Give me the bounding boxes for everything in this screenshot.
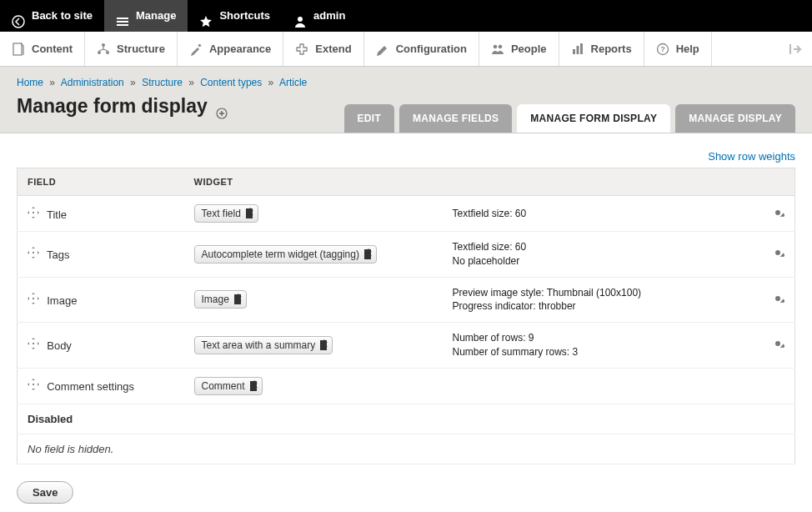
- svg-text:?: ?: [660, 45, 665, 53]
- drag-handle-icon[interactable]: [28, 247, 41, 261]
- shortcuts-link[interactable]: Shortcuts: [188, 0, 282, 32]
- structure-icon: [97, 43, 110, 56]
- appearance-icon: [189, 43, 203, 56]
- tab-manage-display[interactable]: MANAGE DISPLAY: [675, 104, 795, 133]
- svg-rect-2: [117, 21, 128, 23]
- help-icon: ?: [656, 43, 669, 56]
- back-to-site-link[interactable]: Back to site: [0, 0, 104, 32]
- widget-select[interactable]: Text field: [194, 204, 258, 223]
- no-hidden-row: No field is hidden.: [18, 434, 795, 464]
- table-row: Comment settingsComment: [18, 368, 795, 404]
- widget-select-value: Text field: [202, 208, 241, 219]
- content-icon: [12, 43, 25, 56]
- user-menu[interactable]: admin: [282, 0, 357, 32]
- collapse-toolbar-button[interactable]: [789, 32, 802, 67]
- shortcuts-label: Shortcuts: [219, 0, 270, 32]
- svg-rect-5: [13, 43, 22, 55]
- drag-handle-icon[interactable]: [28, 207, 41, 221]
- breadcrumb-structure[interactable]: Structure: [142, 77, 183, 88]
- star-icon: [199, 9, 213, 23]
- people-icon: [491, 43, 504, 56]
- breadcrumb-home[interactable]: Home: [17, 77, 43, 88]
- menu-structure[interactable]: Structure: [85, 32, 178, 66]
- gear-icon[interactable]: [771, 209, 784, 222]
- widget-select[interactable]: Image: [194, 290, 247, 309]
- page-header-region: Home » Administration » Structure » Cont…: [0, 67, 812, 133]
- field-label: Tags: [47, 248, 69, 261]
- svg-rect-13: [576, 46, 579, 54]
- th-field: FIELD: [18, 168, 184, 196]
- breadcrumb-administration[interactable]: Administration: [61, 77, 124, 88]
- drag-handle-icon[interactable]: [28, 338, 41, 352]
- menu-extend[interactable]: Extend: [283, 32, 363, 66]
- table-row: TagsAutocomplete term widget (tagging)Te…: [18, 232, 795, 278]
- menu-appearance[interactable]: Appearance: [178, 32, 283, 66]
- back-label: Back to site: [32, 0, 93, 32]
- widget-summary: Textfield size: 60: [453, 207, 752, 221]
- gear-icon[interactable]: [771, 249, 784, 262]
- tab-manage-fields[interactable]: MANAGE FIELDS: [399, 104, 512, 133]
- menu-people[interactable]: People: [479, 32, 559, 66]
- svg-point-8: [106, 51, 109, 54]
- svg-point-7: [98, 51, 101, 54]
- widget-select-value: Autocomplete term widget (tagging): [202, 248, 359, 260]
- table-row: ImageImagePreview image style: Thumbnail…: [18, 277, 795, 323]
- field-label: Comment settings: [47, 380, 134, 393]
- widget-select-value: Comment: [202, 380, 245, 392]
- admin-menu: Content Structure Appearance Extend Conf…: [0, 32, 812, 67]
- svg-rect-1: [117, 18, 128, 19]
- svg-point-11: [499, 44, 503, 48]
- disabled-label: Disabled: [18, 404, 795, 434]
- manage-menu-toggle[interactable]: Manage: [104, 0, 188, 32]
- content-region: Show row weights FIELD WIDGET TitleText …: [0, 133, 812, 512]
- no-hidden-text: No field is hidden.: [18, 434, 795, 464]
- drag-handle-icon[interactable]: [28, 379, 41, 393]
- widget-select-value: Text area with a summary: [202, 339, 316, 351]
- shortcut-add-icon[interactable]: [216, 102, 228, 113]
- user-label: admin: [313, 0, 345, 32]
- user-icon: [293, 9, 307, 23]
- svg-point-4: [298, 17, 303, 22]
- widget-summary: Preview image style: Thumbnail (100x100)…: [453, 286, 752, 314]
- breadcrumb: Home » Administration » Structure » Cont…: [17, 77, 795, 88]
- widget-select-value: Image: [202, 294, 229, 305]
- menu-help[interactable]: ?Help: [644, 32, 712, 66]
- field-label: Title: [47, 208, 67, 221]
- svg-rect-12: [573, 49, 575, 54]
- widget-select[interactable]: Autocomplete term widget (tagging): [194, 245, 377, 264]
- save-button[interactable]: Save: [17, 481, 73, 504]
- reports-icon: [571, 43, 584, 56]
- extend-icon: [295, 43, 308, 56]
- breadcrumb-content-types[interactable]: Content types: [200, 77, 262, 88]
- menu-configuration[interactable]: Configuration: [364, 32, 479, 66]
- primary-tabs: EDIT MANAGE FIELDS MANAGE FORM DISPLAY M…: [344, 104, 796, 133]
- svg-point-0: [13, 16, 24, 28]
- field-label: Image: [47, 294, 77, 307]
- svg-rect-3: [117, 24, 128, 26]
- breadcrumb-article[interactable]: Article: [279, 77, 307, 88]
- th-widget: WIDGET: [184, 168, 443, 196]
- configuration-icon: [376, 43, 389, 56]
- svg-rect-14: [580, 43, 583, 54]
- widget-select[interactable]: Text area with a summary: [194, 336, 333, 354]
- widget-summary: Number of rows: 9Number of summary rows:…: [453, 331, 752, 359]
- menu-reports[interactable]: Reports: [559, 32, 644, 66]
- gear-icon[interactable]: [771, 340, 784, 353]
- field-label: Body: [47, 339, 72, 352]
- widget-select[interactable]: Comment: [194, 377, 263, 395]
- drag-handle-icon[interactable]: [28, 293, 41, 307]
- table-row: TitleText fieldTextfield size: 60: [18, 196, 795, 232]
- svg-rect-9: [198, 43, 201, 47]
- disabled-section-row: Disabled: [18, 404, 795, 434]
- field-display-table: FIELD WIDGET TitleText fieldTextfield si…: [17, 168, 795, 464]
- widget-summary: Textfield size: 60No placeholder: [453, 240, 752, 269]
- toolbar-top: Back to site Manage Shortcuts admin: [0, 0, 812, 32]
- back-icon: [12, 9, 25, 23]
- tab-edit[interactable]: EDIT: [344, 104, 395, 133]
- tab-manage-form-display[interactable]: MANAGE FORM DISPLAY: [517, 104, 670, 133]
- gear-icon[interactable]: [771, 295, 784, 308]
- menu-content[interactable]: Content: [0, 32, 85, 66]
- table-row: BodyText area with a summaryNumber of ro…: [18, 323, 795, 369]
- show-row-weights-link[interactable]: Show row weights: [17, 150, 795, 163]
- hamburger-icon: [116, 9, 129, 23]
